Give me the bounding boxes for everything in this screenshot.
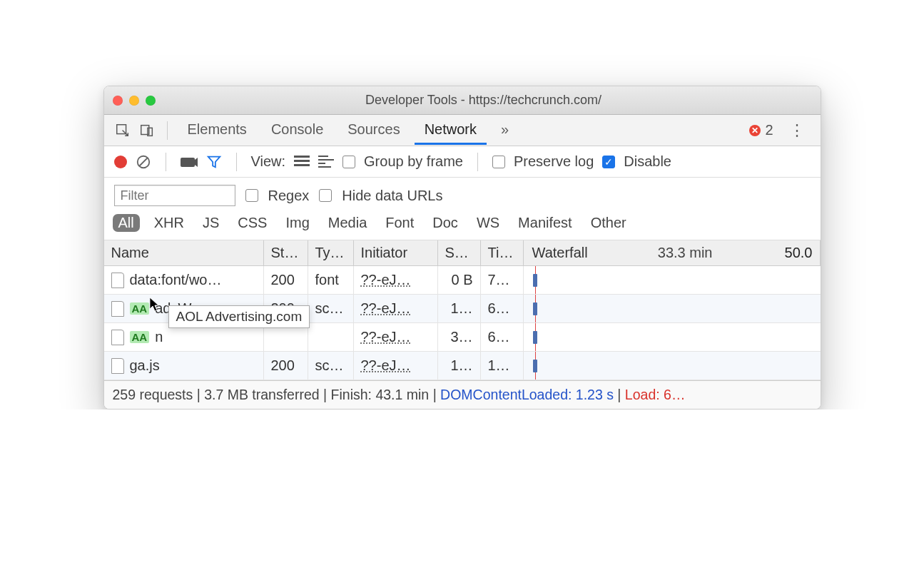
waterfall-tick2: 50.0 — [785, 245, 813, 261]
hide-data-urls-checkbox[interactable] — [319, 189, 332, 202]
tab-network[interactable]: Network — [415, 116, 487, 145]
initiator-link[interactable]: ??-eJ… — [361, 357, 411, 374]
col-time[interactable]: Ti… — [481, 240, 524, 265]
type-other[interactable]: Other — [587, 213, 631, 233]
col-name[interactable]: Name — [104, 240, 264, 265]
type-css[interactable]: CSS — [233, 213, 271, 233]
initiator-link[interactable]: ??-eJ… — [361, 272, 411, 288]
separator — [477, 153, 478, 171]
col-status[interactable]: St… — [264, 240, 308, 265]
capture-screenshot-icon[interactable] — [181, 156, 198, 168]
type-doc[interactable]: Doc — [428, 213, 462, 233]
preserve-log-label: Preserve log — [514, 153, 594, 170]
type-img[interactable]: Img — [281, 213, 313, 233]
size-cell: 1… — [438, 352, 481, 380]
tab-console[interactable]: Console — [261, 116, 333, 145]
waterfall-bar — [533, 331, 537, 344]
initiator-link[interactable]: ??-eJ… — [361, 329, 411, 345]
file-icon — [111, 330, 124, 345]
titlebar: Developer Tools - https://techcrunch.com… — [104, 86, 821, 115]
hide-data-urls-label: Hide data URLs — [342, 188, 442, 204]
type-xhr[interactable]: XHR — [150, 213, 188, 233]
group-by-frame-checkbox[interactable] — [342, 156, 355, 168]
tabs-overflow-button[interactable]: » — [491, 116, 519, 145]
separator — [236, 153, 237, 171]
type-cell: sc… — [308, 352, 354, 380]
file-icon — [111, 301, 124, 317]
request-name: data:font/wo… — [130, 272, 222, 288]
type-font[interactable]: Font — [381, 213, 418, 233]
type-cell: sc… — [308, 295, 354, 322]
size-cell: 1… — [438, 295, 481, 322]
svg-rect-8 — [318, 156, 328, 157]
waterfall-bar — [533, 274, 537, 287]
status-domcontentloaded: DOMContentLoaded: 1.23 s — [440, 387, 614, 402]
inspect-icon[interactable] — [113, 121, 133, 141]
tab-sources[interactable]: Sources — [337, 116, 410, 145]
network-toolbar: View: Group by frame Preserve log ✓ Disa… — [104, 146, 821, 178]
time-cell: 1… — [481, 352, 524, 380]
disable-cache-checkbox[interactable]: ✓ — [602, 156, 615, 168]
file-icon — [111, 358, 124, 374]
regex-checkbox[interactable] — [245, 189, 258, 202]
settings-menu-icon[interactable]: ⋮ — [782, 121, 812, 140]
table-row[interactable]: data:font/wo… 200 font ??-eJ… 0 B 7… — [104, 266, 821, 295]
small-rows-icon[interactable] — [318, 156, 334, 168]
status-requests: 259 requests — [113, 387, 193, 402]
type-ws[interactable]: WS — [472, 213, 504, 233]
clear-icon[interactable] — [136, 154, 151, 170]
waterfall-bar — [533, 360, 537, 372]
type-all[interactable]: All — [113, 214, 140, 232]
table-body: data:font/wo… 200 font ??-eJ… 0 B 7… AA … — [104, 266, 821, 380]
tracker-badge: AA — [130, 302, 150, 315]
zoom-window-button[interactable] — [146, 96, 156, 106]
filter-row: Regex Hide data URLs — [104, 178, 821, 210]
initiator-link[interactable]: ??-eJ… — [361, 300, 411, 317]
record-button[interactable] — [114, 156, 127, 168]
tracker-badge: AA — [130, 331, 150, 343]
table-header: Name St… Ty… Initiator Size Ti… Waterfal… — [104, 240, 821, 266]
group-by-frame-label: Group by frame — [364, 153, 463, 170]
cursor-icon — [150, 297, 161, 315]
close-window-button[interactable] — [113, 96, 123, 106]
time-cell: 6… — [481, 323, 524, 351]
file-icon — [111, 273, 124, 288]
col-waterfall[interactable]: Waterfall 33.3 min 50.0 — [524, 240, 821, 265]
tracker-tooltip: AOL Advertising.com — [168, 305, 310, 328]
status-cell: 200 — [264, 352, 308, 380]
col-initiator[interactable]: Initiator — [354, 240, 438, 265]
col-size[interactable]: Size — [438, 240, 481, 265]
svg-rect-7 — [294, 164, 310, 166]
waterfall-label: Waterfall — [532, 245, 588, 261]
preserve-log-checkbox[interactable] — [492, 156, 505, 168]
table-row[interactable]: ga.js 200 sc… ??-eJ… 1… 1… — [104, 352, 821, 380]
size-cell: 3… — [438, 323, 481, 351]
type-js[interactable]: JS — [198, 213, 223, 233]
devtools-window: Developer Tools - https://techcrunch.com… — [103, 86, 821, 409]
svg-rect-10 — [318, 163, 325, 164]
tab-elements[interactable]: Elements — [178, 116, 257, 145]
separator — [167, 121, 168, 140]
device-toggle-icon[interactable] — [137, 121, 157, 141]
type-cell: font — [308, 266, 354, 294]
traffic-lights — [113, 96, 156, 106]
window-title: Developer Tools - https://techcrunch.com… — [156, 93, 812, 108]
svg-rect-4 — [181, 158, 195, 167]
request-name: n — [155, 329, 163, 345]
regex-label: Regex — [268, 188, 310, 204]
filter-input[interactable] — [114, 185, 235, 206]
separator — [166, 153, 166, 171]
col-type[interactable]: Ty… — [308, 240, 354, 265]
large-rows-icon[interactable] — [294, 156, 310, 168]
type-media[interactable]: Media — [324, 213, 371, 233]
error-count-badge[interactable]: ✕ 2 — [749, 122, 773, 138]
type-manifest[interactable]: Manifest — [514, 213, 577, 233]
type-cell — [308, 323, 354, 351]
svg-rect-11 — [318, 166, 331, 168]
waterfall-tick: 33.3 min — [658, 245, 713, 261]
error-count: 2 — [765, 122, 773, 138]
filter-icon[interactable] — [206, 154, 222, 170]
minimize-window-button[interactable] — [129, 96, 139, 106]
size-cell: 0 B — [438, 266, 481, 294]
status-load: Load: 6… — [625, 387, 686, 402]
